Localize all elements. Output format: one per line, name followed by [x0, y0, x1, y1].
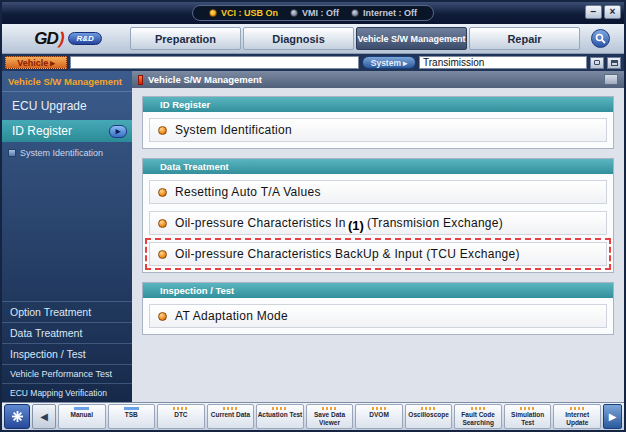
close-button[interactable]: ×: [604, 5, 621, 19]
title-bar: VCI : USB On VMI : Off Internet : Off − …: [2, 2, 624, 24]
toolbar-scroll-left-button[interactable]: ◀: [32, 404, 56, 429]
bullet-icon: [158, 219, 167, 228]
section-items: Resetting Auto T/A Values Oil-pressure C…: [143, 174, 613, 272]
toolbar-button-label: Oscilloscope: [408, 411, 448, 419]
content-body: ID Register System Identification Data T…: [132, 88, 624, 343]
sidebar-title: Vehicle S/W Management: [2, 71, 132, 92]
tab-vehicle-sw-management[interactable]: Vehicle S/W Management: [356, 27, 467, 50]
indicator-icon: [272, 407, 287, 410]
arrow-right-icon: ▸: [403, 58, 407, 68]
toolbar-button-label: Manual: [71, 411, 93, 419]
tab-diagnosis[interactable]: Diagnosis: [243, 27, 354, 50]
sidebar-item-ecu-upgrade[interactable]: ECU Upgrade: [2, 92, 132, 120]
favorites-button[interactable]: [4, 404, 30, 429]
toolbar-button-dvom[interactable]: DVOM: [355, 404, 403, 429]
vmi-status: VMI : Off: [290, 8, 339, 18]
main-tab-bar: GD ) R&D Preparation Diagnosis Vehicle S…: [2, 24, 624, 54]
indicator-icon: [372, 407, 387, 410]
tab-repair[interactable]: Repair: [469, 27, 580, 50]
sidebar-item-system-identification[interactable]: System Identification: [2, 142, 132, 164]
tab-preparation[interactable]: Preparation: [130, 27, 241, 50]
system-value-field[interactable]: [419, 56, 587, 69]
toolbar-button-label: Current Data: [211, 411, 250, 419]
document-icon: [8, 149, 16, 157]
toolbar-button-label: Simulation Test: [505, 411, 551, 427]
section-id-register: ID Register System Identification: [142, 96, 614, 149]
bullet-icon: [158, 126, 167, 135]
camera-icon: [594, 60, 600, 65]
toolbar-scroll-right-button[interactable]: ▶: [603, 404, 622, 429]
popup-window-icon[interactable]: [604, 74, 618, 85]
toolbar-button-save-data-viewer[interactable]: Save Data Viewer: [306, 404, 354, 429]
sidebar-item-data-treatment[interactable]: Data Treatment: [2, 322, 132, 343]
search-button[interactable]: [591, 29, 610, 48]
menu-item-label: System Identification: [175, 123, 292, 137]
minimize-button[interactable]: −: [585, 5, 602, 19]
menu-item-oil-pressure-input[interactable]: Oil-pressure Characteristics Input (Tran…: [149, 211, 607, 235]
indicator-icon: [223, 407, 238, 410]
toolbar-button-manual[interactable]: Manual: [58, 404, 106, 429]
window-layout-button[interactable]: [607, 57, 621, 69]
toolbar-button-label: Actuation Test: [258, 411, 303, 419]
section-title: ID Register: [143, 97, 613, 112]
gds-application-window: VCI : USB On VMI : Off Internet : Off − …: [0, 0, 626, 432]
sidebar-spacer: [2, 164, 132, 301]
window-controls: − ×: [585, 5, 621, 19]
arrow-right-icon: ▸: [50, 58, 55, 68]
section-data-treatment: Data Treatment Resetting Auto T/A Values…: [142, 158, 614, 273]
indicator-icon: [173, 407, 188, 410]
capture-button[interactable]: [590, 57, 604, 69]
indicator-icon: [74, 407, 89, 410]
sidebar-subitem-label: System Identification: [20, 148, 103, 158]
toolbar-button-fault-code-searching[interactable]: Fault Code Searching: [454, 404, 502, 429]
sidebar-item-option-treatment[interactable]: Option Treatment: [2, 301, 132, 322]
menu-item-system-identification[interactable]: System Identification: [149, 118, 607, 142]
menu-item-label: Oil-pressure Characteristics BackUp & In…: [175, 247, 520, 261]
sidebar-item-vehicle-performance-test[interactable]: Vehicle Performance Test: [2, 364, 132, 383]
section-inspection-test: Inspection / Test AT Adaptation Mode: [142, 282, 614, 335]
sidebar-item-inspection-test[interactable]: Inspection / Test: [2, 343, 132, 364]
callout-annotation-1: (1): [346, 218, 366, 233]
system-button-label: System: [371, 58, 401, 68]
bullet-icon: [158, 312, 167, 321]
menu-item-label: Oil-pressure Characteristics Input (Tran…: [175, 216, 503, 230]
rnd-badge: R&D: [68, 32, 101, 45]
internet-status: Internet : Off: [351, 8, 417, 18]
toolbar-button-current-data[interactable]: Current Data: [207, 404, 255, 429]
vehicle-input[interactable]: [70, 56, 359, 69]
menu-item-oil-pressure-backup-input[interactable]: Oil-pressure Characteristics BackUp & In…: [149, 242, 607, 266]
toolbar-button-label: DTC: [174, 411, 187, 419]
menu-item-at-adaptation-mode[interactable]: AT Adaptation Mode: [149, 304, 607, 328]
indicator-icon: [471, 407, 486, 410]
content-header: Vehicle S/W Management: [132, 71, 624, 88]
menu-item-label: AT Adaptation Mode: [175, 309, 288, 323]
toolbar-button-actuation-test[interactable]: Actuation Test: [256, 404, 304, 429]
toolbar-button-label: Internet Update: [554, 411, 600, 427]
toolbar-button-label: Fault Code Searching: [455, 411, 501, 427]
chevron-left-icon: ◀: [40, 411, 48, 422]
toolbar-button-oscilloscope[interactable]: Oscilloscope: [405, 404, 453, 429]
toolbar-button-label: DVOM: [369, 411, 389, 419]
search-area: [580, 29, 620, 48]
toolbar-button-label: TSB: [125, 411, 138, 419]
toolbar-button-internet-update[interactable]: Internet Update: [553, 404, 601, 429]
menu-item-label: Resetting Auto T/A Values: [175, 185, 321, 199]
vci-status-dot-icon: [209, 9, 217, 17]
toolbar-button-tsb[interactable]: TSB: [108, 404, 156, 429]
vmi-status-dot-icon: [290, 9, 298, 17]
gds-logo-text: GD: [34, 29, 58, 49]
section-items: AT Adaptation Mode: [143, 298, 613, 334]
sidebar-item-ecu-mapping-verification[interactable]: ECU Mapping Verification: [2, 383, 132, 402]
expand-arrow-icon[interactable]: ▸: [109, 125, 127, 138]
toolbar-button-simulation-test[interactable]: Simulation Test: [504, 404, 552, 429]
vehicle-button-label: Vehicle: [17, 58, 48, 68]
system-select-button[interactable]: System ▸: [362, 56, 416, 69]
toolbar-button-dtc[interactable]: DTC: [157, 404, 205, 429]
bullet-icon: [158, 250, 167, 259]
indicator-icon: [570, 407, 585, 410]
vehicle-system-bar: Vehicle ▸ System ▸: [2, 54, 624, 71]
menu-item-resetting-auto-ta-values[interactable]: Resetting Auto T/A Values: [149, 180, 607, 204]
sidebar-item-id-register[interactable]: ID Register ▸: [2, 120, 132, 142]
section-title: Inspection / Test: [143, 283, 613, 298]
vehicle-select-button[interactable]: Vehicle ▸: [5, 56, 67, 69]
